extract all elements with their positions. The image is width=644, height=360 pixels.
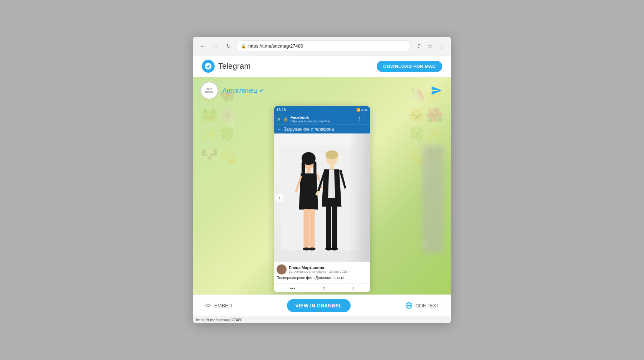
signal-icon: 📶 (356, 108, 360, 112)
verified-icon: ✔ (259, 87, 264, 94)
browser-window: ← → ↻ 🔒 https://t.me/sncmag/27486 ⤴ ☆ ⋮ … (193, 37, 451, 323)
download-button[interactable]: DOWNLOAD FOR MAC (377, 61, 442, 72)
telegram-page: Telegram DOWNLOAD FOR MAC 🐱🦋🐸🌸✨🍀🐶💫 🦄🌟🐱🌺🍀… (193, 55, 451, 316)
context-button[interactable]: 🌐 CONTEXT (401, 299, 444, 312)
url-text: https://t.me/sncmag/27486 (248, 43, 406, 49)
phone-status-icons: 📶 37% (356, 108, 367, 112)
bookmark-button[interactable]: ☆ (425, 41, 435, 51)
phone-home-icon: ○ (322, 285, 325, 291)
svg-rect-0 (281, 145, 360, 250)
svg-point-11 (326, 150, 338, 159)
poster-avatar (277, 264, 287, 274)
fb-url-area: Facebook https://m.facebook.com/Mar... (291, 115, 356, 123)
fb-back-icon: ← (277, 126, 282, 132)
fb-url: https://m.facebook.com/Mar... (291, 120, 356, 123)
channel-header: Антиглянец Антиглянец ✔ (193, 77, 451, 104)
phone-time: 18:18 (277, 108, 286, 112)
context-label: CONTEXT (415, 303, 439, 308)
svg-rect-5 (307, 168, 311, 174)
fb-more-icon: ⋮ (362, 116, 367, 122)
poster-name: Елена Мартынова (289, 266, 367, 270)
telegram-logo: Telegram (202, 60, 250, 73)
view-channel-button[interactable]: VIEW IN CHANNEL (287, 299, 351, 312)
svg-point-9 (308, 248, 316, 250)
paper-plane-svg (431, 85, 442, 96)
svg-rect-6 (304, 209, 309, 250)
embed-icon: <> (205, 302, 211, 309)
fb-brand: Facebook (291, 115, 356, 120)
back-button[interactable]: ← (197, 41, 208, 51)
svg-rect-13 (326, 206, 331, 250)
avatar-text: Антиглянец (205, 87, 214, 94)
svg-rect-7 (309, 209, 315, 250)
address-bar[interactable]: 🔒 https://t.me/sncmag/27486 (236, 40, 411, 52)
telegram-svg (204, 62, 212, 70)
lock-icon: 🔒 (241, 44, 246, 49)
embed-button[interactable]: <> EMBED (200, 300, 236, 312)
photo-nav-left[interactable]: ‹ (275, 194, 284, 202)
share-button[interactable]: ⤴ (414, 41, 424, 51)
bottom-bar: <> EMBED VIEW IN CHANNEL 🌐 CONTEXT (193, 295, 451, 316)
blurred-side-panel (349, 133, 370, 262)
post-area: 18:18 📶 37% ✕ 🔒 Facebook https://m.faceb… (193, 104, 451, 295)
fb-nav-bar: ← Загруженное с телефона (274, 125, 370, 133)
right-blur-panel (422, 146, 444, 253)
forward-button[interactable]: → (210, 41, 220, 51)
battery-text: 37% (361, 108, 367, 112)
telegram-content: 🐱🦋🐸🌸✨🍀🐶💫 🦄🌟🐱🌺🍀✨💫🐸 Антиглянец Антиглянец (193, 77, 451, 316)
channel-info: Антиглянец Антиглянец ✔ (200, 82, 264, 99)
phone-status-bar: 18:18 📶 37% (274, 106, 370, 114)
poster-meta: Загруженное с телефона · 18 апр 2018 г. … (289, 270, 367, 273)
telegram-title: Telegram (218, 62, 250, 71)
post-info: Елена Мартынова Загруженное с телефона ·… (274, 262, 370, 283)
phone-screenshot: 18:18 📶 37% ✕ 🔒 Facebook https://m.faceb… (274, 106, 370, 292)
reload-button[interactable]: ↻ (223, 41, 233, 51)
channel-avatar: Антиглянец (200, 82, 218, 99)
post-caption: Полноразмерное фото Дополнительные (277, 276, 367, 280)
status-url: https://t.me/sncmag/27486 (196, 318, 243, 322)
fb-nav-title: Загруженное с телефона (284, 127, 334, 132)
poster-row: Елена Мартынова Загруженное с телефона ·… (277, 264, 367, 274)
svg-rect-14 (332, 206, 337, 250)
embed-label: EMBED (214, 303, 232, 308)
channel-name: Антиглянец (223, 87, 257, 94)
fb-lock-icon: 🔒 (283, 117, 288, 122)
fb-share-icon: ⤴ (358, 116, 360, 122)
svg-rect-12 (330, 165, 334, 169)
telegram-header: Telegram DOWNLOAD FOR MAC (193, 55, 451, 77)
fb-close-icon: ✕ (277, 116, 281, 122)
menu-button[interactable]: ⋮ (436, 41, 447, 51)
people-svg (281, 133, 360, 262)
svg-point-16 (331, 248, 338, 250)
fb-browser-bar: ✕ 🔒 Facebook https://m.facebook.com/Mar.… (274, 114, 370, 125)
photo-area: ‹ (274, 133, 370, 262)
phone-bottom-bar: ▪▪▪ ○ ‹ (274, 283, 370, 292)
paper-plane-icon (429, 83, 444, 98)
channel-name-row: Антиглянец ✔ (223, 87, 264, 94)
browser-actions: ⤴ ☆ ⋮ (414, 41, 447, 51)
phone-back-icon: ‹ (352, 285, 354, 291)
telegram-logo-icon (202, 60, 215, 73)
phone-recents-icon: ▪▪▪ (290, 285, 296, 291)
globe-icon: 🌐 (405, 302, 413, 309)
poster-info: Елена Мартынова Загруженное с телефона ·… (289, 266, 367, 273)
people-photo: ‹ (274, 133, 370, 262)
browser-status-bar: https://t.me/sncmag/27486 (193, 316, 451, 323)
browser-chrome: ← → ↻ 🔒 https://t.me/sncmag/27486 ⤴ ☆ ⋮ (193, 37, 451, 55)
